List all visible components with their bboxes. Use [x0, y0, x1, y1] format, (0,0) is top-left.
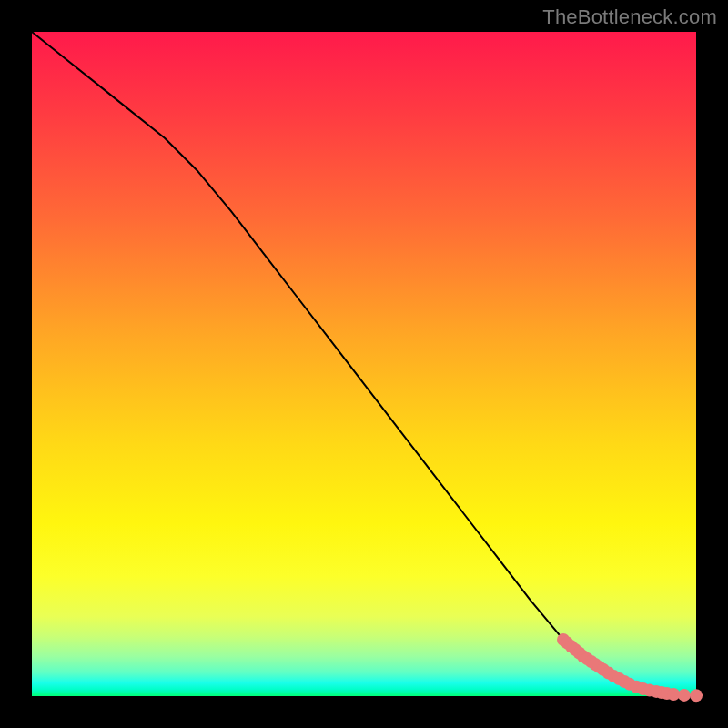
data-point — [690, 689, 703, 702]
chart-overlay — [32, 32, 696, 696]
data-point — [678, 689, 691, 702]
plot-area — [32, 32, 696, 696]
watermark-text: TheBottleneck.com — [542, 5, 717, 29]
chart-frame: TheBottleneck.com — [0, 0, 728, 728]
curve-line — [32, 32, 696, 695]
